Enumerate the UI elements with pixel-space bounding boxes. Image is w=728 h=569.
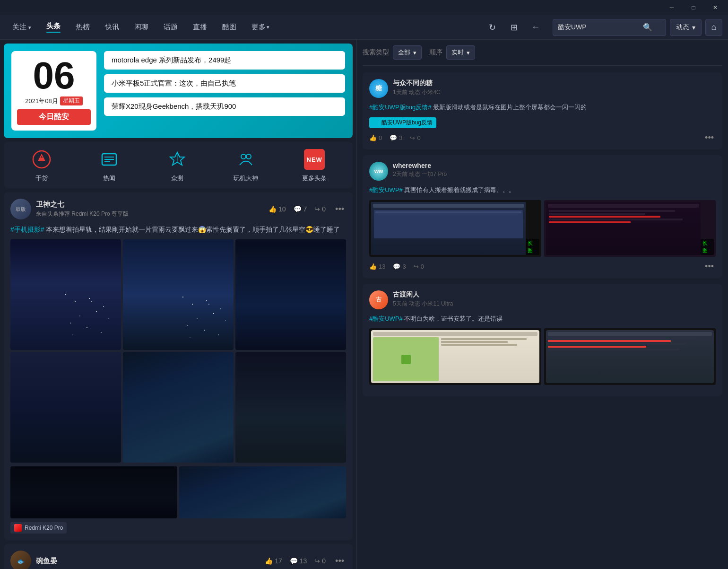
- share-button-2[interactable]: ↪ 0: [314, 557, 326, 565]
- tab-headline[interactable]: 头条: [40, 19, 67, 35]
- post-image-1-1[interactable]: [10, 239, 121, 350]
- dynamic-button[interactable]: 动态 ▾: [670, 19, 702, 36]
- post-author-2: 碗鱼晏: [36, 557, 260, 566]
- tab-chat[interactable]: 闲聊: [128, 20, 155, 35]
- post-card-2: 🐟 碗鱼晏 👍 17 💬 13 ↪ 0 •••: [4, 544, 353, 569]
- result-hashtag-2[interactable]: #酷安UWP#: [369, 186, 403, 193]
- result-hashtag-3[interactable]: #酷安UWP#: [369, 315, 403, 322]
- geek-icon: [234, 148, 258, 171]
- quicknav-geek[interactable]: 玩机大神: [234, 148, 258, 183]
- more-options-1[interactable]: •••: [333, 204, 346, 214]
- order-filter-value: 实时: [451, 48, 464, 57]
- result-hashtag-1[interactable]: #酷安UWP版bug反馈#: [369, 104, 431, 111]
- tab-topic[interactable]: 话题: [157, 20, 184, 35]
- minimize-button[interactable]: ─: [661, 0, 683, 15]
- tab-live[interactable]: 直播: [186, 20, 214, 35]
- like-action-2[interactable]: 👍 13: [369, 263, 385, 270]
- search-input[interactable]: [558, 24, 643, 31]
- post-image-1-8[interactable]: [179, 466, 346, 518]
- share-button-1[interactable]: ↪ 0: [314, 205, 326, 213]
- post-meta-1: 卫神之七 来自头条推荐 Redmi K20 Pro 尊享版: [36, 200, 264, 218]
- comment-button-2[interactable]: 💬 13: [290, 557, 307, 565]
- post-image-1-4[interactable]: [10, 352, 121, 463]
- result-img-2-1[interactable]: 长图: [369, 200, 541, 257]
- comment-button-1[interactable]: 💬 7: [294, 205, 307, 213]
- title-bar: ─ □ ✕: [0, 0, 728, 15]
- result-time-2: 2天前 动态 一加7 Pro: [393, 170, 716, 178]
- result-content-1: #酷安UWP版bug反馈# 最新版滑动或者是鼠标在图片上整个屏幕都会一闪一闪的: [369, 103, 716, 113]
- post-image-1-3[interactable]: [235, 239, 346, 350]
- more-options-r2[interactable]: •••: [703, 262, 716, 271]
- tab-follow[interactable]: 关注 ▾: [6, 20, 38, 35]
- nav-right: ↻ ⊞ ← 🔍 动态 ▾ ⌂: [484, 19, 722, 36]
- quicknav-test[interactable]: 众测: [165, 148, 189, 183]
- post-image-1-5[interactable]: [123, 352, 234, 463]
- result-img-3-1[interactable]: [369, 328, 541, 385]
- result-avatar-1: 糖: [369, 79, 388, 98]
- tab-more[interactable]: 更多 ▾: [245, 20, 276, 35]
- post-author-1: 卫神之七: [36, 200, 264, 209]
- maximize-button[interactable]: □: [683, 0, 704, 15]
- result-img-3-2[interactable]: [544, 328, 716, 385]
- result-header-3: 古 古渡闲人 5天前 动态 小米11 Ultra: [369, 290, 716, 309]
- long-badge-2-1: 长图: [526, 239, 539, 255]
- share-action-2[interactable]: ↪ 0: [414, 263, 424, 270]
- type-filter-label: 搜索类型: [363, 48, 389, 57]
- tab-hot[interactable]: 热榜: [69, 20, 96, 35]
- close-button[interactable]: ✕: [704, 0, 726, 15]
- like-action-1[interactable]: 👍 0: [369, 134, 382, 141]
- news-item-1[interactable]: motorola edge 系列新品发布，2499起: [104, 51, 345, 70]
- hotnews-icon: [97, 148, 121, 171]
- weekday-badge: 星期五: [60, 96, 83, 105]
- right-panel: 搜索类型 全部 ▾ 顺序 实时 ▾ 糖 与众不同的糖: [357, 40, 728, 569]
- chevron-down-icon: ▾: [692, 24, 695, 31]
- date-info: 2021年08月 星期五: [25, 96, 82, 105]
- tab-news[interactable]: 快讯: [98, 20, 126, 35]
- type-filter-select[interactable]: 全部 ▾: [393, 45, 422, 60]
- search-box[interactable]: 🔍: [553, 19, 666, 36]
- more-options-2[interactable]: •••: [333, 556, 346, 566]
- tag-icon-1: [373, 119, 380, 126]
- result-card-3: 古 古渡闲人 5天前 动态 小米11 Ultra #酷安UWP# 不明白为啥，证…: [363, 284, 722, 397]
- quicknav-hotnews[interactable]: 热闻: [97, 148, 121, 183]
- search-icon[interactable]: 🔍: [643, 23, 652, 32]
- like-button-1[interactable]: 👍 10: [269, 205, 286, 213]
- home-button[interactable]: ⌂: [705, 19, 722, 36]
- dry-label: 干货: [35, 174, 48, 183]
- post-image-1-2[interactable]: [123, 239, 234, 350]
- result-avatar-3: 古: [369, 290, 388, 309]
- search-filters: 搜索类型 全部 ▾ 顺序 实时 ▾: [363, 45, 722, 66]
- result-img-2-2[interactable]: 长图: [544, 200, 716, 257]
- tag-text-1: 酷安UWP版bug反馈: [381, 119, 433, 127]
- back-button[interactable]: ←: [527, 19, 544, 36]
- result-author-1: 与众不同的糖: [393, 79, 716, 88]
- tab-cool[interactable]: 酷图: [216, 20, 243, 35]
- result-author-2: wherewhere: [393, 162, 716, 169]
- news-item-3[interactable]: 荣耀X20现身Geekbench，搭载天玑900: [104, 97, 345, 116]
- post-image-1-7[interactable]: [10, 466, 177, 518]
- result-author-3: 古渡闲人: [393, 290, 716, 299]
- post-content-1: #手机摄影# 本来想着拍星轨，结果刚开始就一片雷雨云要飘过来😱索性先搁置了，顺手…: [10, 224, 346, 235]
- refresh-button[interactable]: ↻: [484, 19, 501, 36]
- news-item-2[interactable]: 小米平板5正式官宣：这次，由自己执笔: [104, 74, 345, 93]
- comment-action-2[interactable]: 💬 3: [393, 263, 406, 270]
- post-image-1-6[interactable]: [235, 352, 346, 463]
- more-options-r1[interactable]: •••: [703, 133, 716, 143]
- share-action-1[interactable]: ↪ 0: [410, 134, 420, 141]
- quicknav-dry[interactable]: 干货: [30, 148, 53, 183]
- hashtag-1[interactable]: #手机摄影#: [10, 226, 44, 233]
- post-images-1b: [10, 466, 346, 518]
- result-time-3: 5天前 动态 小米11 Ultra: [393, 300, 716, 308]
- result-card-2: ww wherewhere 2天前 动态 一加7 Pro #酷安UWP# 真害怕…: [363, 155, 722, 278]
- switch-button[interactable]: ⊞: [505, 19, 522, 36]
- result-tag-1[interactable]: 酷安UWP版bug反馈: [369, 117, 436, 128]
- order-filter-select[interactable]: 实时 ▾: [446, 45, 475, 60]
- post-meta-2: 碗鱼晏: [36, 557, 260, 566]
- result-header-1: 糖 与众不同的糖 1天前 动态 小米4C: [369, 79, 716, 98]
- quicknav-more[interactable]: NEW 更多头条: [302, 148, 327, 183]
- like-button-2[interactable]: 👍 17: [265, 557, 282, 565]
- post-images-1: [10, 239, 346, 463]
- post-card-1: 取版 卫神之七 来自头条推荐 Redmi K20 Pro 尊享版 👍 10 💬 …: [4, 192, 353, 540]
- comment-action-1[interactable]: 💬 3: [390, 134, 402, 141]
- type-filter-value: 全部: [398, 48, 410, 57]
